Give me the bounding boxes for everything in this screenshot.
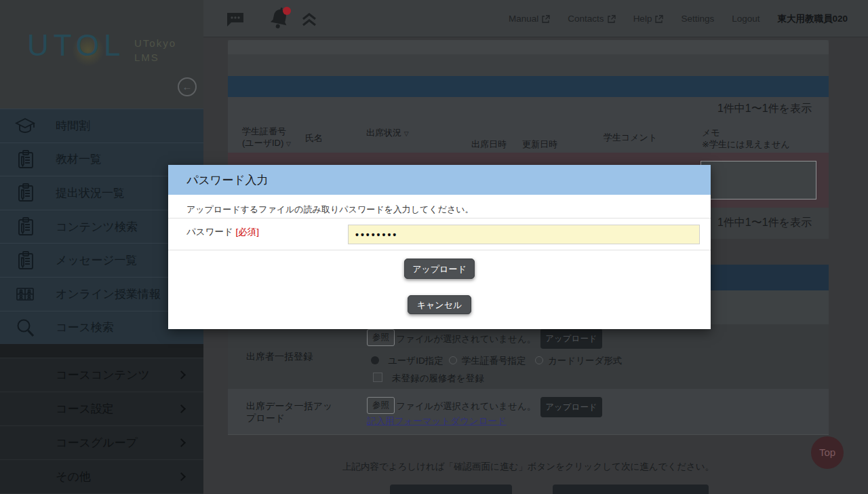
pagination-bottom: 1件中1〜1件を表示: [717, 216, 812, 230]
menu-contacts-label: Contacts: [568, 14, 604, 24]
clipboard-icon: [15, 149, 35, 170]
chat-icon[interactable]: [226, 11, 245, 31]
col-update-time: 更新日時: [522, 138, 557, 151]
attendance-table-header: 1件中1〜1件を表示 学生証番号 (ユーザID) ▽ 氏名 出席状況 ▽ 出席日…: [228, 97, 829, 153]
sidebar-item-course-group[interactable]: コースグループ: [0, 425, 203, 459]
sidebar-item-label: その他: [56, 469, 91, 484]
back-without-save-button[interactable]: 保存せずに前の画面に戻る: [390, 484, 512, 494]
sidebar-item-timetable[interactable]: 時間割: [0, 109, 203, 142]
sidebar-item-course-settings[interactable]: コース設定: [0, 392, 203, 425]
bulk-attendee-label: 出席者一括登録: [246, 351, 313, 363]
logo-subtitle-1: UTokyo: [134, 37, 176, 49]
username: 東大用教職員020: [777, 13, 848, 25]
password-input[interactable]: ••••••••: [348, 225, 700, 244]
collapse-header-icon[interactable]: [300, 12, 318, 30]
col-status[interactable]: 出席状況 ▽: [366, 127, 409, 139]
search-icon: [15, 318, 35, 338]
sidebar-item-label: コース検索: [56, 320, 114, 335]
pagination-top: 1件中1〜1件を表示: [717, 102, 812, 116]
sidebar-item-label: コンテンツ検索: [56, 219, 138, 235]
menu-manual[interactable]: Manual: [509, 14, 550, 24]
utol-lms-screen: Manual Contacts Help Settings Logout 東大用…: [0, 0, 868, 494]
notification-bell-icon[interactable]: [267, 5, 292, 35]
panel-top-strip: [228, 40, 829, 54]
register-unenrolled-label[interactable]: 未登録の履修者を登録: [392, 373, 484, 385]
col-student-comment: 学生コメント: [604, 132, 657, 144]
memo-textarea[interactable]: [701, 161, 816, 200]
top-bar: Manual Contacts Help Settings Logout 東大用…: [203, 0, 868, 37]
sidebar-item-label: オンライン授業情報: [56, 286, 161, 302]
col-attend-time: 出席日時: [471, 138, 507, 151]
radio-user-id-label[interactable]: ユーザID指定: [388, 355, 443, 367]
clipboard-icon: [15, 250, 35, 271]
modal-divider: [168, 218, 711, 218]
utol-logo: UTOL: [27, 28, 125, 62]
menu-contacts[interactable]: Contacts: [568, 14, 615, 24]
modal-upload-button[interactable]: アップロード: [404, 259, 475, 279]
no-file-selected-text: ファイルが選択されていません。: [396, 333, 536, 345]
chevron-right-icon: [177, 472, 186, 481]
sidebar-item-label: コースコンテンツ: [56, 367, 150, 383]
chevron-right-icon: [177, 438, 186, 447]
bulk-data-label-2: プロード: [246, 413, 285, 425]
col-name: 氏名: [305, 132, 323, 145]
menu-help[interactable]: Help: [633, 14, 664, 24]
browse-button-data[interactable]: 参照: [367, 397, 395, 414]
logo-subtitle-2: LMS: [134, 52, 159, 63]
sort-icon[interactable]: ▽: [286, 140, 291, 147]
sidebar-item-label: 教材一覧: [56, 151, 102, 167]
browse-button[interactable]: 参照: [367, 329, 395, 346]
format-download-link[interactable]: 記入用フォーマットダウンロード: [367, 415, 507, 428]
sidebar-item-label: 提出状況一覧: [56, 185, 125, 201]
upload-button-data[interactable]: アップロード: [540, 397, 602, 417]
modal-cancel-button[interactable]: キャンセル: [408, 295, 471, 314]
sidebar-item-label: コースグループ: [56, 435, 138, 451]
sidebar-item-label: コース設定: [56, 401, 114, 417]
sort-icon[interactable]: ▽: [404, 130, 409, 137]
menu-logout[interactable]: Logout: [732, 14, 760, 24]
modal-title: パスワード入力: [186, 172, 269, 188]
bulk-data-label-1: 出席データ一括アッ: [246, 400, 332, 413]
sidebar-item-course-contents[interactable]: コースコンテンツ: [0, 358, 203, 392]
password-modal: パスワード入力 アップロードするファイルの読み取りパスワードを入力してください。…: [168, 165, 711, 329]
external-link-icon: [542, 15, 550, 23]
col-student-no: 学生証番号: [242, 126, 286, 138]
sidebar-item-label: メッセージ一覧: [56, 252, 138, 268]
scroll-to-top-button[interactable]: Top: [811, 436, 844, 469]
modal-instruction: アップロードするファイルの読み取りパスワードを入力してください。: [186, 204, 474, 216]
menu-help-label: Help: [633, 14, 652, 24]
radio-card-reader[interactable]: [535, 356, 543, 364]
sidebar-item-others[interactable]: その他: [0, 459, 203, 493]
radio-card-reader-label[interactable]: カードリーダ形式: [548, 355, 622, 367]
radio-student-no[interactable]: [449, 356, 457, 364]
radio-user-id[interactable]: [371, 356, 379, 364]
modal-header: パスワード入力: [168, 165, 711, 195]
chevron-right-icon: [177, 404, 186, 413]
sidebar-collapse-button[interactable]: ←: [178, 77, 197, 96]
register-unenrolled-checkbox[interactable]: [373, 373, 382, 382]
col-memo-note: ※学生には見えません: [702, 138, 790, 151]
radio-student-no-label[interactable]: 学生証番号指定: [462, 355, 526, 367]
footer-instruction: 上記内容でよろしければ「確認画面に進む」ボタンをクリックして次に進んでください。: [228, 461, 829, 473]
external-link-icon: [655, 15, 663, 23]
sidebar-item-label: 時間割: [56, 118, 90, 134]
clipboard-icon: [15, 216, 35, 237]
no-file-selected-text: ファイルが選択されていません。: [396, 400, 536, 413]
required-badge: [必須]: [236, 227, 260, 237]
col-student-no-2[interactable]: (ユーザID) ▽: [242, 137, 291, 149]
upload-button-attendee[interactable]: アップロード: [540, 328, 602, 349]
clipboard-icon: [15, 183, 35, 203]
logo-panel: UTOL UTokyo LMS ←: [0, 0, 203, 109]
section-header-bar: [228, 76, 829, 97]
proceed-confirm-button[interactable]: 確認画面に進む: [553, 484, 709, 494]
online-class-grid-icon: [15, 284, 35, 304]
external-link-icon: [608, 15, 616, 23]
topbar-menu: Manual Contacts Help Settings Logout 東大用…: [509, 0, 848, 37]
sidebar-divider: [0, 344, 203, 358]
menu-settings[interactable]: Settings: [681, 14, 714, 24]
password-field-label: パスワード [必須]: [186, 226, 259, 238]
chevron-right-icon: [177, 370, 186, 379]
graduation-cap-icon: [15, 115, 35, 136]
col-memo: メモ: [702, 127, 720, 139]
notification-dot: [283, 7, 291, 15]
